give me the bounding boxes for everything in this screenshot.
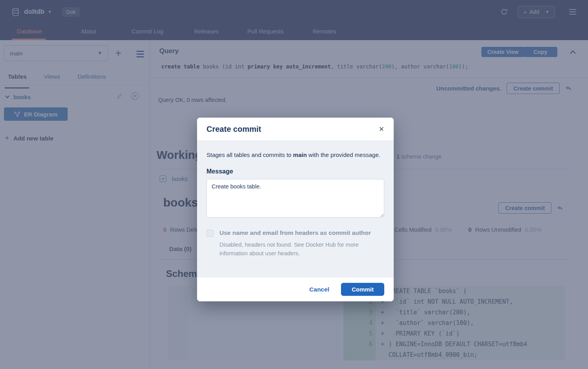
commit-button[interactable]: Commit (341, 283, 384, 296)
app-window: doltdb ▼ Dolt + Add ▼ Database About Com… (0, 0, 588, 369)
branch-name: main (293, 151, 307, 158)
modal-body: Stages all tables and commits to main wi… (197, 141, 394, 277)
close-icon[interactable]: ✕ (379, 125, 384, 133)
author-checkbox-row: Use name and email from headers as commi… (206, 229, 384, 237)
modal-header: Create commit ✕ (197, 118, 394, 141)
message-label: Message (206, 168, 384, 175)
commit-message-input[interactable]: Create books table. (206, 179, 384, 218)
cancel-button[interactable]: Cancel (309, 286, 329, 293)
modal-description: Stages all tables and commits to main wi… (206, 151, 384, 158)
checkbox-label: Use name and email from headers as commi… (219, 229, 371, 236)
modal-title: Create commit (206, 125, 261, 134)
modal-footer: Cancel Commit (197, 277, 394, 301)
create-commit-modal: Create commit ✕ Stages all tables and co… (197, 118, 394, 301)
checkbox[interactable] (206, 230, 214, 237)
checkbox-help-text: Disabled, headers not found. See Docker … (219, 241, 377, 258)
